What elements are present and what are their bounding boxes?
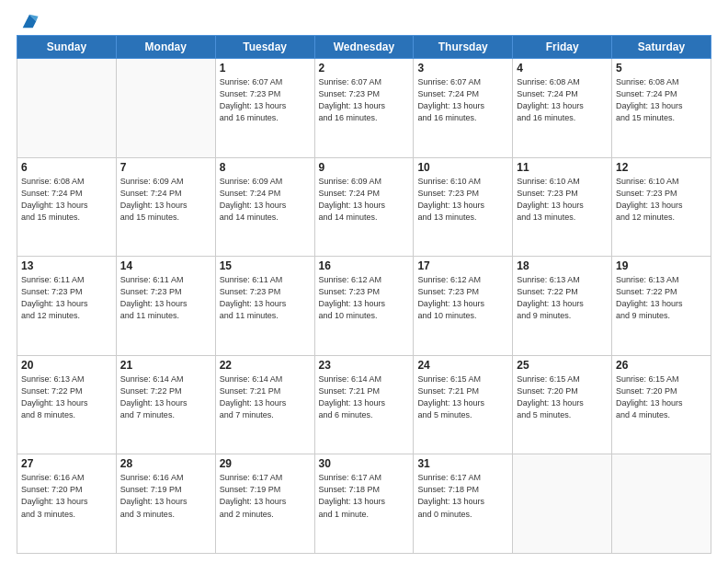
calendar-cell: 7Sunrise: 6:09 AM Sunset: 7:24 PM Daylig…: [116, 157, 215, 257]
day-info: Sunrise: 6:15 AM Sunset: 7:20 PM Dayligh…: [616, 373, 707, 421]
day-info: Sunrise: 6:13 AM Sunset: 7:22 PM Dayligh…: [21, 373, 112, 421]
calendar-cell: 21Sunrise: 6:14 AM Sunset: 7:22 PM Dayli…: [116, 355, 215, 454]
day-info: Sunrise: 6:09 AM Sunset: 7:24 PM Dayligh…: [120, 176, 211, 224]
day-number: 25: [517, 359, 608, 372]
calendar-cell: [17, 59, 117, 158]
day-number: 12: [616, 161, 707, 174]
day-info: Sunrise: 6:10 AM Sunset: 7:23 PM Dayligh…: [616, 176, 707, 224]
day-number: 18: [517, 259, 608, 272]
calendar-week-1: 6Sunrise: 6:08 AM Sunset: 7:24 PM Daylig…: [17, 157, 711, 257]
day-number: 26: [616, 359, 707, 372]
weekday-header-wednesday: Wednesday: [314, 36, 414, 59]
day-info: Sunrise: 6:15 AM Sunset: 7:20 PM Dayligh…: [517, 373, 608, 421]
calendar-week-0: 1Sunrise: 6:07 AM Sunset: 7:23 PM Daylig…: [17, 59, 711, 158]
day-number: 23: [319, 359, 410, 372]
day-number: 9: [319, 161, 410, 174]
calendar-cell: 6Sunrise: 6:08 AM Sunset: 7:24 PM Daylig…: [17, 157, 117, 257]
calendar-cell: 4Sunrise: 6:08 AM Sunset: 7:24 PM Daylig…: [513, 59, 612, 158]
calendar-cell: 22Sunrise: 6:14 AM Sunset: 7:21 PM Dayli…: [215, 355, 314, 454]
day-number: 31: [417, 457, 508, 470]
day-number: 5: [616, 62, 707, 75]
day-info: Sunrise: 6:14 AM Sunset: 7:21 PM Dayligh…: [220, 373, 311, 421]
calendar-cell: 13Sunrise: 6:11 AM Sunset: 7:23 PM Dayli…: [17, 257, 117, 356]
calendar-cell: 24Sunrise: 6:15 AM Sunset: 7:21 PM Dayli…: [414, 355, 513, 454]
calendar-cell: 8Sunrise: 6:09 AM Sunset: 7:24 PM Daylig…: [215, 157, 314, 257]
weekday-header-monday: Monday: [116, 36, 215, 59]
day-info: Sunrise: 6:11 AM Sunset: 7:23 PM Dayligh…: [21, 274, 112, 322]
day-number: 3: [417, 62, 508, 75]
calendar-cell: 19Sunrise: 6:13 AM Sunset: 7:22 PM Dayli…: [612, 257, 711, 356]
calendar-cell: [612, 454, 711, 554]
calendar-cell: 1Sunrise: 6:07 AM Sunset: 7:23 PM Daylig…: [215, 59, 314, 158]
day-number: 2: [319, 62, 410, 75]
calendar-cell: 29Sunrise: 6:17 AM Sunset: 7:19 PM Dayli…: [215, 454, 314, 554]
day-info: Sunrise: 6:17 AM Sunset: 7:18 PM Dayligh…: [319, 472, 410, 520]
day-info: Sunrise: 6:16 AM Sunset: 7:20 PM Dayligh…: [21, 472, 112, 520]
logo: [17, 13, 40, 31]
calendar-cell: 15Sunrise: 6:11 AM Sunset: 7:23 PM Dayli…: [215, 257, 314, 356]
day-number: 30: [319, 457, 410, 470]
day-info: Sunrise: 6:09 AM Sunset: 7:24 PM Dayligh…: [319, 176, 410, 224]
day-number: 29: [220, 457, 311, 470]
calendar-cell: 5Sunrise: 6:08 AM Sunset: 7:24 PM Daylig…: [612, 59, 711, 158]
calendar-cell: 14Sunrise: 6:11 AM Sunset: 7:23 PM Dayli…: [116, 257, 215, 356]
logo-icon: [19, 11, 40, 31]
day-number: 6: [21, 161, 112, 174]
day-number: 16: [319, 259, 410, 272]
day-info: Sunrise: 6:17 AM Sunset: 7:18 PM Dayligh…: [417, 472, 508, 520]
calendar-cell: 25Sunrise: 6:15 AM Sunset: 7:20 PM Dayli…: [513, 355, 612, 454]
day-number: 10: [417, 161, 508, 174]
day-number: 8: [220, 161, 311, 174]
day-info: Sunrise: 6:10 AM Sunset: 7:23 PM Dayligh…: [417, 176, 508, 224]
day-number: 14: [120, 259, 211, 272]
calendar-cell: 10Sunrise: 6:10 AM Sunset: 7:23 PM Dayli…: [414, 157, 513, 257]
day-info: Sunrise: 6:07 AM Sunset: 7:23 PM Dayligh…: [319, 76, 410, 124]
day-info: Sunrise: 6:08 AM Sunset: 7:24 PM Dayligh…: [517, 76, 608, 124]
day-info: Sunrise: 6:07 AM Sunset: 7:24 PM Dayligh…: [417, 76, 508, 124]
day-number: 15: [220, 259, 311, 272]
day-number: 28: [120, 457, 211, 470]
weekday-header-tuesday: Tuesday: [215, 36, 314, 59]
day-number: 22: [220, 359, 311, 372]
calendar-cell: 3Sunrise: 6:07 AM Sunset: 7:24 PM Daylig…: [414, 59, 513, 158]
day-number: 24: [417, 359, 508, 372]
day-number: 27: [21, 457, 112, 470]
calendar-cell: 9Sunrise: 6:09 AM Sunset: 7:24 PM Daylig…: [314, 157, 414, 257]
day-number: 13: [21, 259, 112, 272]
day-info: Sunrise: 6:12 AM Sunset: 7:23 PM Dayligh…: [319, 274, 410, 322]
calendar-week-4: 27Sunrise: 6:16 AM Sunset: 7:20 PM Dayli…: [17, 454, 711, 554]
calendar-cell: [116, 59, 215, 158]
day-number: 21: [120, 359, 211, 372]
day-number: 7: [120, 161, 211, 174]
calendar-cell: 2Sunrise: 6:07 AM Sunset: 7:23 PM Daylig…: [314, 59, 414, 158]
calendar-week-2: 13Sunrise: 6:11 AM Sunset: 7:23 PM Dayli…: [17, 257, 711, 356]
calendar-cell: 16Sunrise: 6:12 AM Sunset: 7:23 PM Dayli…: [314, 257, 414, 356]
day-info: Sunrise: 6:07 AM Sunset: 7:23 PM Dayligh…: [220, 76, 311, 124]
weekday-header-row: SundayMondayTuesdayWednesdayThursdayFrid…: [17, 36, 711, 59]
day-number: 20: [21, 359, 112, 372]
day-info: Sunrise: 6:09 AM Sunset: 7:24 PM Dayligh…: [220, 176, 311, 224]
day-info: Sunrise: 6:08 AM Sunset: 7:24 PM Dayligh…: [21, 176, 112, 224]
day-number: 19: [616, 259, 707, 272]
weekday-header-thursday: Thursday: [414, 36, 513, 59]
weekday-header-sunday: Sunday: [17, 36, 117, 59]
calendar-cell: 30Sunrise: 6:17 AM Sunset: 7:18 PM Dayli…: [314, 454, 414, 554]
day-info: Sunrise: 6:11 AM Sunset: 7:23 PM Dayligh…: [220, 274, 311, 322]
day-number: 4: [517, 62, 608, 75]
day-number: 1: [220, 62, 311, 75]
day-info: Sunrise: 6:11 AM Sunset: 7:23 PM Dayligh…: [120, 274, 211, 322]
calendar-cell: 26Sunrise: 6:15 AM Sunset: 7:20 PM Dayli…: [612, 355, 711, 454]
calendar-cell: 28Sunrise: 6:16 AM Sunset: 7:19 PM Dayli…: [116, 454, 215, 554]
calendar-cell: 11Sunrise: 6:10 AM Sunset: 7:23 PM Dayli…: [513, 157, 612, 257]
day-info: Sunrise: 6:15 AM Sunset: 7:21 PM Dayligh…: [417, 373, 508, 421]
page: SundayMondayTuesdayWednesdayThursdayFrid…: [0, 0, 728, 563]
calendar-cell: 20Sunrise: 6:13 AM Sunset: 7:22 PM Dayli…: [17, 355, 117, 454]
day-info: Sunrise: 6:17 AM Sunset: 7:19 PM Dayligh…: [220, 472, 311, 520]
calendar-cell: 27Sunrise: 6:16 AM Sunset: 7:20 PM Dayli…: [17, 454, 117, 554]
day-info: Sunrise: 6:13 AM Sunset: 7:22 PM Dayligh…: [517, 274, 608, 322]
calendar-cell: [513, 454, 612, 554]
calendar-cell: 18Sunrise: 6:13 AM Sunset: 7:22 PM Dayli…: [513, 257, 612, 356]
weekday-header-saturday: Saturday: [612, 36, 711, 59]
day-info: Sunrise: 6:14 AM Sunset: 7:21 PM Dayligh…: [319, 373, 410, 421]
calendar-table: SundayMondayTuesdayWednesdayThursdayFrid…: [17, 35, 711, 554]
